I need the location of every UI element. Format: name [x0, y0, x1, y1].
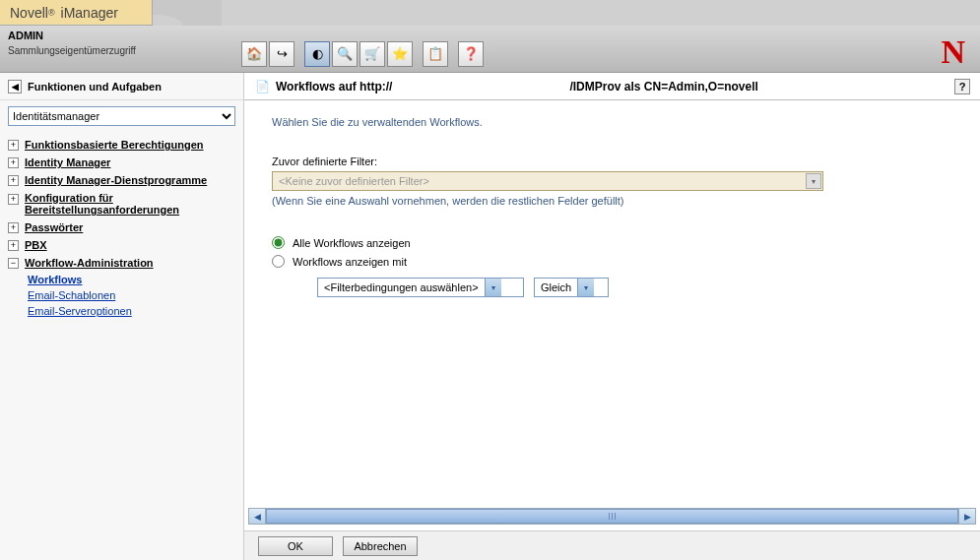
- view-objects-button[interactable]: 🔍: [332, 41, 358, 67]
- filter-placeholder: <Keine zuvor definierten Filter>: [279, 175, 429, 187]
- brand-company: Novell: [10, 5, 48, 21]
- plus-icon[interactable]: +: [8, 222, 19, 233]
- toolbar: 🏠 ↪ ◐ 🔍 🛒 ⭐ 📋 ❓: [231, 26, 484, 72]
- nav-label: Identity Manager-Dienstprogramme: [25, 174, 207, 186]
- nav-label: Passwörter: [25, 221, 83, 233]
- nav-label: Funktionsbasierte Berechtigungen: [25, 139, 204, 151]
- roles-button[interactable]: ◐: [304, 41, 330, 67]
- plus-icon[interactable]: +: [8, 194, 19, 205]
- nav-label: PBX: [25, 239, 47, 251]
- sub-header: ADMIN Sammlungseigentümerzugriff 🏠 ↪ ◐ 🔍…: [0, 26, 980, 73]
- list-icon: 📋: [427, 46, 443, 61]
- sidebar-title: Funktionen und Aufgaben: [28, 81, 162, 93]
- radio-with-label: Workflows anzeigen mit: [293, 256, 407, 268]
- scroll-left-arrow[interactable]: ◀: [249, 509, 266, 524]
- help-toolbar-button[interactable]: ❓: [458, 41, 484, 67]
- previous-filter-select[interactable]: <Keine zuvor definierten Filter> ▾: [272, 171, 823, 191]
- search-icon: 🔍: [337, 46, 353, 61]
- cancel-button[interactable]: Abbrechen: [343, 536, 418, 556]
- home-icon: 🏠: [246, 46, 262, 61]
- roles-icon: ◐: [312, 46, 323, 61]
- scroll-track[interactable]: [266, 509, 958, 524]
- plus-icon[interactable]: +: [8, 240, 19, 251]
- radio-with-input[interactable]: [272, 255, 285, 268]
- workflow-icon: 📄: [254, 79, 270, 94]
- plus-icon[interactable]: +: [8, 140, 19, 151]
- exit-icon: ↪: [277, 46, 288, 61]
- nav-item-funktionsbasierte[interactable]: + Funktionsbasierte Berechtigungen: [0, 136, 243, 154]
- ok-button[interactable]: OK: [258, 536, 333, 556]
- home-button[interactable]: 🏠: [241, 41, 267, 67]
- condition-select-value: <Filterbedingungen auswählen>: [324, 281, 479, 293]
- app-header: Novell® iManager: [0, 0, 980, 26]
- basket-icon: 🛒: [364, 46, 380, 61]
- filter-label: Zuvor definierte Filter:: [272, 156, 952, 167]
- horizontal-scrollbar[interactable]: ◀ ▶: [248, 508, 976, 525]
- preferences-button[interactable]: 📋: [423, 41, 448, 67]
- radio-all-input[interactable]: [272, 236, 285, 249]
- scroll-right-arrow[interactable]: ▶: [958, 509, 975, 524]
- sidebar-nav-icon[interactable]: ◀: [8, 80, 22, 93]
- nav-item-workflow-admin[interactable]: − Workflow-Administration: [0, 254, 243, 272]
- sidebar-header: ◀ Funktionen und Aufgaben: [0, 73, 243, 100]
- condition-select[interactable]: <Filterbedingungen auswählen> ▾: [317, 278, 524, 297]
- content-body: Wählen Sie die zu verwaltenden Workflows…: [244, 100, 980, 508]
- nav-sub-email-schablonen[interactable]: Email-Schablonen: [0, 287, 243, 303]
- content-title-prefix: Workflows auf http://: [276, 80, 392, 93]
- nav-label: Konfiguration für Bereitstellungsanforde…: [25, 192, 222, 216]
- nav-label: Identity Manager: [25, 156, 110, 168]
- nav-sub-workflows[interactable]: Workflows: [0, 272, 243, 287]
- help-button[interactable]: ?: [954, 79, 970, 94]
- nav-sub-link[interactable]: Email-Serveroptionen: [28, 305, 132, 317]
- plus-icon[interactable]: +: [8, 175, 19, 186]
- chevron-down-icon: ▾: [485, 279, 501, 296]
- access-label: Sammlungseigentümerzugriff: [8, 45, 224, 56]
- brand-tab: Novell® iManager: [0, 0, 153, 26]
- operator-select-value: Gleich: [541, 281, 571, 293]
- help-icon: ?: [959, 81, 966, 93]
- nav-item-passwoerter[interactable]: + Passwörter: [0, 218, 243, 236]
- chevron-down-icon: ▾: [806, 173, 821, 189]
- novell-n-logo: N: [941, 33, 965, 71]
- sidebar: ◀ Funktionen und Aufgaben Identitätsmana…: [0, 73, 244, 560]
- plus-icon[interactable]: +: [8, 157, 19, 168]
- radio-all-workflows[interactable]: Alle Workflows anzeigen: [272, 236, 952, 249]
- content-header: 📄 Workflows auf http:// /IDMProv als CN=…: [244, 73, 980, 100]
- nav-item-idm-dienstprogramme[interactable]: + Identity Manager-Dienstprogramme: [0, 171, 243, 189]
- nav-label: Workflow-Administration: [25, 257, 154, 269]
- nav-sub-link[interactable]: Workflows: [28, 274, 82, 285]
- instruction-text: Wählen Sie die zu verwaltenden Workflows…: [272, 116, 952, 128]
- scroll-thumb[interactable]: [266, 509, 958, 524]
- content-title-suffix: /IDMProv als CN=Admin,O=novell: [569, 80, 757, 93]
- footer-buttons: OK Abbrechen: [244, 530, 980, 560]
- chevron-down-icon: ▾: [577, 279, 594, 296]
- role-select[interactable]: Identitätsmanager: [8, 106, 235, 126]
- filter-hint: (Wenn Sie eine Auswahl vornehmen, werden…: [272, 195, 952, 207]
- exit-button[interactable]: ↪: [269, 41, 294, 67]
- star-icon: ⭐: [392, 46, 408, 61]
- favorites-button[interactable]: ⭐: [387, 41, 413, 67]
- nav-item-pbx[interactable]: + PBX: [0, 236, 243, 254]
- nav-sub-email-serveroptionen[interactable]: Email-Serveroptionen: [0, 303, 243, 319]
- content: 📄 Workflows auf http:// /IDMProv als CN=…: [244, 73, 980, 560]
- nav-item-identity-manager[interactable]: + Identity Manager: [0, 154, 243, 171]
- configure-button[interactable]: 🛒: [359, 41, 385, 67]
- help-icon: ❓: [463, 46, 479, 61]
- operator-select[interactable]: Gleich ▾: [534, 278, 609, 297]
- radio-workflows-with[interactable]: Workflows anzeigen mit: [272, 255, 952, 268]
- admin-label: ADMIN: [8, 30, 224, 41]
- nav-item-konfiguration[interactable]: + Konfiguration für Bereitstellungsanfor…: [0, 189, 243, 218]
- brand-product: iManager: [61, 5, 118, 21]
- nav-sub-link[interactable]: Email-Schablonen: [28, 289, 115, 301]
- minus-icon[interactable]: −: [8, 258, 19, 269]
- radio-all-label: Alle Workflows anzeigen: [293, 237, 411, 249]
